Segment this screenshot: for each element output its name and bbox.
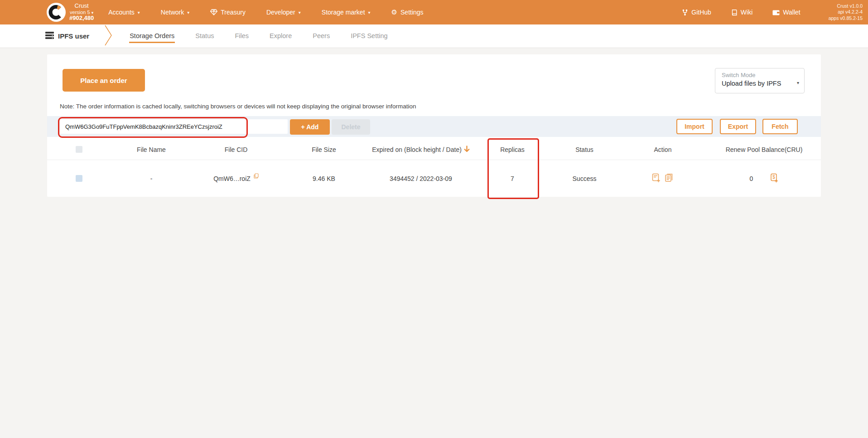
import-button[interactable]: Import	[676, 119, 713, 134]
menu-network[interactable]: Network ▾	[161, 9, 189, 16]
brand-version: version 5	[70, 10, 90, 15]
block-number: #902,480	[69, 15, 94, 22]
sidebar-item-ipfs-user[interactable]: IPFS user	[45, 32, 89, 40]
menu-accounts[interactable]: Accounts ▾	[108, 9, 140, 16]
version-info: Crust v1.0.0 api v4.2.2-4 apps v0.85.2-1…	[829, 3, 863, 22]
table-row: - QmW6…roiZ 9.46 KB 3494452 / 2022-03-09…	[47, 160, 821, 197]
select-all-checkbox[interactable]	[76, 146, 82, 153]
chevron-down-icon: ▾	[368, 10, 371, 15]
chevron-down-icon: ▾	[797, 80, 799, 85]
switch-mode-label: Switch Mode	[722, 72, 792, 78]
row-file-cid: QmW6…roiZ	[192, 175, 280, 182]
breadcrumb-chevron-icon	[104, 25, 113, 48]
tab-status[interactable]: Status	[195, 29, 214, 43]
chevron-down-icon: ▾	[187, 10, 189, 15]
switch-mode-value: Upload files by IPFS	[722, 80, 792, 87]
renew-order-icon[interactable]	[652, 173, 661, 184]
api-version: api v4.2.2-4	[829, 9, 863, 15]
brand-name: Crust	[69, 3, 94, 10]
link-wiki[interactable]: Wiki	[731, 9, 752, 16]
row-expired-on: 3494452 / 2022-03-09	[367, 175, 474, 182]
row-file-size: 9.46 KB	[280, 175, 367, 182]
main-menu: Accounts ▾ Network ▾ Treasury Developer …	[108, 9, 423, 16]
github-fork-icon	[682, 9, 688, 16]
menu-settings[interactable]: ⚙ Settings	[391, 9, 424, 16]
chain-version-selector[interactable]: Crust version 5▾ #902,480	[69, 3, 94, 22]
external-links: GitHub Wiki Wallet	[682, 9, 800, 16]
add-button[interactable]: + Add	[290, 119, 330, 135]
col-file-name: File Name	[111, 146, 192, 153]
wallet-icon	[772, 9, 780, 15]
copy-cid-icon[interactable]	[254, 173, 259, 179]
col-file-cid: File CID	[192, 146, 280, 153]
top-header-bar: Crust version 5▾ #902,480 Accounts ▾ Net…	[0, 0, 868, 24]
col-file-size: File Size	[280, 146, 367, 153]
gem-icon	[210, 9, 217, 15]
col-replicas: Replicas	[474, 146, 550, 153]
col-status: Status	[550, 146, 618, 153]
runtime-version: Crust v1.0.0	[829, 3, 863, 10]
cid-input[interactable]	[60, 119, 288, 134]
tab-files[interactable]: Files	[234, 29, 249, 43]
link-wallet[interactable]: Wallet	[772, 9, 800, 16]
menu-treasury[interactable]: Treasury	[210, 9, 246, 16]
tab-ipfs-setting[interactable]: IPFS Setting	[350, 29, 388, 43]
crust-logo-icon[interactable]	[47, 3, 66, 22]
col-renew-pool-balance: Renew Pool Balance(CRU)	[707, 146, 821, 153]
page: Crust version 5▾ #902,480 Accounts ▾ Net…	[0, 0, 868, 438]
copy-orders-icon[interactable]	[665, 173, 674, 184]
delete-button[interactable]: Delete	[332, 119, 370, 135]
col-action: Action	[618, 146, 707, 153]
tab-storage-orders[interactable]: Storage Orders	[129, 29, 175, 43]
cache-note-text: Note: The order information is cached lo…	[60, 103, 416, 110]
link-github[interactable]: GitHub	[682, 9, 711, 16]
server-stack-icon	[45, 32, 54, 40]
gear-icon: ⚙	[391, 9, 397, 16]
fetch-button[interactable]: Fetch	[762, 119, 798, 134]
switch-mode-select[interactable]: Switch Mode Upload files by IPFS ▾	[715, 68, 805, 93]
sort-descending-icon	[464, 146, 470, 154]
svg-text:$: $	[773, 175, 776, 180]
chevron-down-icon: ▾	[299, 10, 301, 15]
subnav-bar: IPFS user Storage Orders Status Files Ex…	[0, 24, 868, 48]
row-renew-balance: 0	[750, 175, 753, 182]
tab-explore[interactable]: Explore	[269, 29, 292, 43]
storage-orders-card: Place an order Switch Mode Upload files …	[47, 54, 821, 197]
tab-peers[interactable]: Peers	[312, 29, 330, 43]
chevron-down-icon: ▾	[138, 10, 140, 15]
row-checkbox[interactable]	[76, 175, 82, 182]
row-actions	[618, 173, 707, 184]
tab-bar: Storage Orders Status Files Explore Peer…	[129, 29, 388, 43]
book-icon	[731, 9, 738, 16]
row-status: Success	[550, 175, 618, 182]
menu-developer[interactable]: Developer ▾	[266, 9, 301, 16]
export-button[interactable]: Export	[720, 119, 756, 134]
row-file-name: -	[111, 175, 192, 182]
apps-version: apps v0.85.2-15	[829, 15, 863, 22]
row-replicas: 7	[474, 175, 550, 182]
menu-storage-market[interactable]: Storage market ▾	[322, 9, 371, 16]
row-renew-pool: 0 $	[707, 173, 821, 184]
table-header: File Name File CID File Size Expired on …	[47, 139, 821, 160]
breadcrumb-app-label: IPFS user	[58, 32, 89, 40]
col-expired-on-sort[interactable]: Expired on (Block height / Date)	[367, 146, 474, 154]
place-order-button[interactable]: Place an order	[63, 69, 145, 92]
add-balance-icon[interactable]: $	[770, 173, 778, 184]
chevron-down-icon: ▾	[92, 10, 94, 15]
